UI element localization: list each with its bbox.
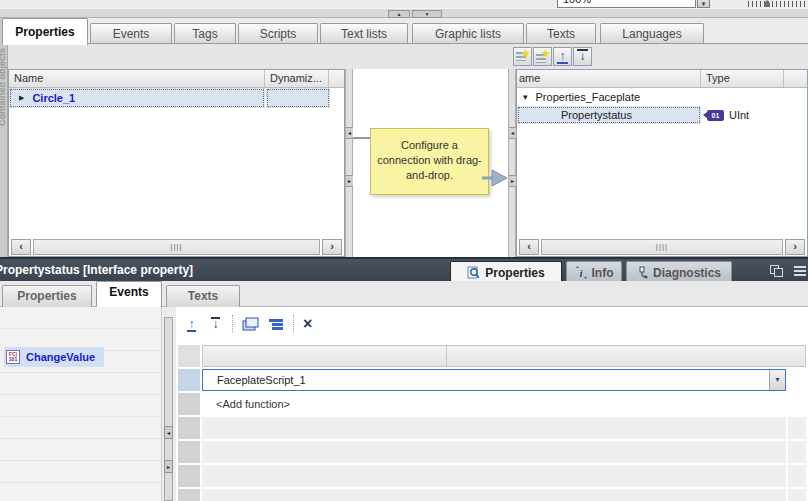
canvas-right-splitter[interactable]: ◂ ▸ (508, 69, 516, 257)
tab-properties[interactable]: Properties (2, 18, 88, 45)
zoom-combobox[interactable]: 100% (557, 0, 696, 8)
scroll-right-button[interactable]: › (785, 239, 805, 255)
splitter-collapse-right-button[interactable]: ▸ (346, 175, 353, 187)
table-row[interactable]: ▾ Properties_Faceplate (517, 88, 807, 106)
interface-panel: ame Type ▾ Properties_Faceplate Property… (516, 69, 808, 257)
row-gutter-selected[interactable] (178, 369, 200, 391)
splitter-collapse-right-button[interactable]: ▸ (509, 175, 516, 187)
circle-dynamization-cell[interactable] (266, 88, 330, 108)
empty-row[interactable] (202, 441, 806, 463)
object-name-label: Circle_1 (32, 92, 75, 104)
event-icon-bottom-text: 101 (7, 357, 19, 362)
row-gutter (178, 417, 200, 439)
tab-events[interactable]: Events (90, 23, 172, 44)
table-row[interactable]: ▶ Circle_1 (9, 88, 344, 108)
panel-toolbar-strip (0, 43, 808, 69)
move-up-icon: ↑ (184, 316, 199, 333)
splitter-collapse-right-button[interactable]: ▸ (164, 460, 173, 473)
move-up-button[interactable]: ↑ (184, 316, 199, 333)
info-icon: i (575, 266, 587, 279)
column-header-spacer (784, 70, 807, 87)
inspector-titlebar: Propertystatus [Interface property] Prop… (0, 257, 808, 281)
empty-row[interactable] (202, 417, 806, 439)
properties-magnifier-icon (467, 266, 480, 279)
table-row[interactable]: Propertystatus 01 UInt (517, 106, 807, 124)
inspector-tab-info[interactable]: i Info (566, 261, 622, 283)
expand-arrow-icon[interactable]: ▶ (19, 94, 24, 102)
uint-type-icon: 01 (707, 110, 724, 121)
tab-languages[interactable]: Languages (600, 23, 704, 44)
column-header-dynamizations[interactable]: Dynamiz... (265, 70, 329, 87)
scroll-left-button[interactable]: ‹ (11, 239, 31, 255)
contained-objects-side-tab[interactable]: Contained objects (0, 18, 8, 257)
event-item-changevalue[interactable]: FC) 101 ChangeValue (4, 347, 104, 367)
connection-canvas[interactable]: Configure a connection with drag-and-dro… (353, 69, 508, 257)
list-view-button[interactable] (268, 318, 284, 331)
scroll-thumb[interactable]: |||| (541, 239, 783, 255)
event-function-icon: FC) 101 (6, 350, 20, 364)
move-down-icon: ↓ (208, 316, 223, 333)
row-gutter (178, 393, 200, 415)
drag-arrow-icon (481, 169, 509, 187)
delete-button[interactable]: × (303, 316, 312, 332)
editor-tab-bar: Properties Events Tags Scripts Text list… (0, 18, 808, 44)
event-function-area: ↑ ↓ × FaceplateScript_1 ▼ <Add function> (176, 307, 808, 501)
combo-dropdown-button[interactable]: ▼ (769, 370, 785, 390)
event-panel-splitter[interactable]: ◂ ▸ (162, 307, 176, 501)
subtab-texts[interactable]: Texts (166, 285, 240, 307)
tab-scripts[interactable]: Scripts (238, 23, 318, 44)
tab-tags[interactable]: Tags (174, 23, 236, 44)
toolbar-separator (293, 315, 294, 333)
column-header-name[interactable]: ame (517, 70, 701, 87)
tia-faceplate-editor: 100% ▼ ▲ ▼ Properties Events Tags Script… (0, 0, 808, 501)
left-panel-hscrollbar[interactable]: ‹ |||| › (11, 239, 342, 255)
column-header-name[interactable]: Name (9, 70, 265, 87)
scroll-thumb[interactable]: |||| (33, 239, 320, 255)
event-item-label: ChangeValue (26, 351, 95, 363)
inspector-subtab-bar: Properties Events Texts (0, 281, 808, 307)
add-property-before-button[interactable] (513, 47, 532, 66)
splitter-collapse-left-button[interactable]: ◂ (346, 127, 353, 139)
tab-graphic-lists[interactable]: Graphic lists (412, 23, 524, 44)
move-down-button[interactable]: ↓ (208, 316, 223, 333)
subtab-events[interactable]: Events (96, 281, 162, 307)
horizontal-splitter-bar[interactable]: ▲ ▼ (0, 8, 808, 18)
add-property-after-button[interactable] (533, 47, 552, 66)
column-header-type[interactable]: Type (701, 70, 784, 87)
splitter-track[interactable] (164, 317, 173, 501)
right-panel-hscrollbar[interactable]: ‹ |||| › (519, 239, 805, 255)
scroll-left-button[interactable]: ‹ (519, 239, 539, 255)
empty-row[interactable] (202, 489, 806, 501)
zoom-slider[interactable] (748, 1, 806, 7)
svg-text:i: i (579, 267, 583, 279)
function-combobox[interactable]: FaceplateScript_1 ▼ (202, 369, 786, 391)
zoom-dropdown-button[interactable]: ▼ (697, 0, 710, 8)
inspector-tab-diagnostics[interactable]: Diagnostics (626, 261, 732, 283)
expand-folder-button[interactable] (242, 317, 259, 331)
scroll-right-button[interactable]: › (322, 239, 342, 255)
splitter-collapse-left-button[interactable]: ◂ (509, 127, 516, 139)
move-up-button[interactable]: ↑ (553, 47, 572, 66)
interface-table-header: ame Type (517, 70, 807, 88)
tab-text-lists[interactable]: Text lists (320, 23, 408, 44)
property-name-label: Propertystatus (561, 109, 632, 121)
collapse-up-button[interactable]: ▲ (388, 10, 410, 18)
collapse-down-button[interactable]: ▼ (412, 10, 442, 18)
empty-row[interactable] (202, 465, 806, 487)
tab-texts[interactable]: Texts (526, 23, 596, 44)
property-name-cell[interactable]: Propertystatus (517, 106, 701, 124)
inspector-tab-properties[interactable]: Properties (450, 261, 562, 283)
menu-lines-icon[interactable] (794, 266, 806, 276)
splitter-collapse-left-button[interactable]: ◂ (164, 426, 173, 439)
inspector-tab-label: Info (592, 266, 614, 280)
note-connector-line (353, 137, 370, 139)
expand-arrow-icon[interactable]: ▾ (523, 92, 528, 102)
column-header-spacer (329, 70, 344, 87)
move-down-button[interactable]: ↓ (573, 47, 592, 66)
circle-name-cell[interactable]: ▶ Circle_1 (9, 88, 265, 108)
add-function-placeholder[interactable]: <Add function> (216, 393, 290, 415)
left-canvas-splitter[interactable]: ◂ ▸ (345, 69, 353, 257)
subtab-properties[interactable]: Properties (2, 285, 92, 307)
row-gutter (178, 441, 200, 463)
function-table-header (202, 345, 806, 367)
